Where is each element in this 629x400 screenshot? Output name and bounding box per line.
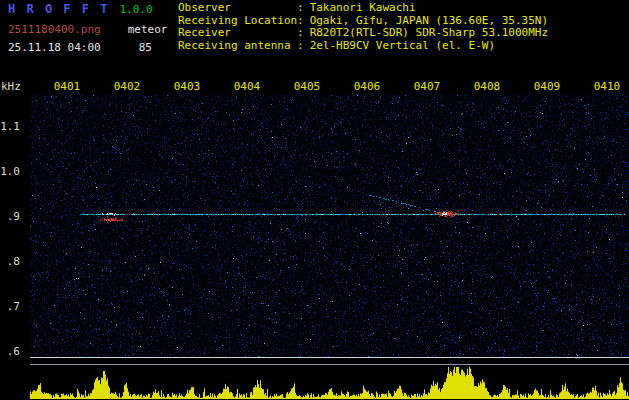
x-tick-label: 0406 xyxy=(354,80,381,93)
station-info-row: Receiving antenna:2el-HB9CV Vertical (el… xyxy=(178,40,548,53)
station-info-row: Receiver:R820T2(RTL-SDR) SDR-Sharp 53.10… xyxy=(178,27,548,40)
amplitude-canvas xyxy=(30,366,629,399)
station-value: Takanori Kawachi xyxy=(310,1,416,14)
station-label: Observer xyxy=(178,2,297,15)
y-tick-label: .9 xyxy=(0,210,20,223)
separator-line-2 xyxy=(30,364,629,365)
x-tick-label: 0410 xyxy=(594,80,621,93)
spectrogram-canvas xyxy=(30,95,629,358)
y-tick-label: 1.1 xyxy=(0,120,20,133)
x-tick-label: 0402 xyxy=(114,80,141,93)
datetime: 25.11.18 04:00 xyxy=(8,41,101,54)
app-version: 1.0.0 xyxy=(119,3,152,16)
date-line: 25.11.18 04:0085 xyxy=(8,41,152,54)
x-tick-label: 0404 xyxy=(234,80,261,93)
y-tick-label: .7 xyxy=(0,300,20,313)
echo-count: 85 xyxy=(139,41,152,54)
y-axis-unit: kHz xyxy=(1,80,21,93)
station-info-row: Observer:Takanori Kawachi xyxy=(178,2,548,15)
y-tick-label: 1.0 xyxy=(0,165,20,178)
station-value: Ogaki, Gifu, JAPAN (136.60E, 35.35N) xyxy=(310,14,548,27)
station-info: Observer:Takanori Kawachi Receiving Loca… xyxy=(178,2,548,52)
x-tick-label: 0405 xyxy=(294,80,321,93)
station-value: 2el-HB9CV Vertical (el. E-W) xyxy=(310,39,495,52)
x-tick-label: 0407 xyxy=(414,80,441,93)
colon: : xyxy=(297,14,304,27)
file-line: 2511180400.pngmeteor xyxy=(8,23,167,36)
x-tick-label: 0403 xyxy=(174,80,201,93)
colon: : xyxy=(297,26,304,39)
separator-line-1 xyxy=(30,357,629,358)
colon: : xyxy=(297,1,304,14)
app-title: H R O F F T xyxy=(8,2,109,16)
station-label: Receiving antenna xyxy=(178,40,297,53)
colon: : xyxy=(297,39,304,52)
x-tick-label: 0409 xyxy=(534,80,561,93)
y-tick-label: .6 xyxy=(0,345,20,358)
station-label: Receiver xyxy=(178,27,297,40)
mode-label: meteor xyxy=(128,23,168,36)
x-tick-label: 0408 xyxy=(474,80,501,93)
y-tick-label: .8 xyxy=(0,255,20,268)
title-line: H R O F F T1.0.0 xyxy=(8,2,153,16)
x-tick-label: 0401 xyxy=(54,80,81,93)
hrofft-output: H R O F F T1.0.0 2511180400.pngmeteor 25… xyxy=(0,0,629,400)
output-filename: 2511180400.png xyxy=(8,23,101,36)
station-value: R820T2(RTL-SDR) SDR-Sharp 53.1000MHz xyxy=(310,26,548,39)
